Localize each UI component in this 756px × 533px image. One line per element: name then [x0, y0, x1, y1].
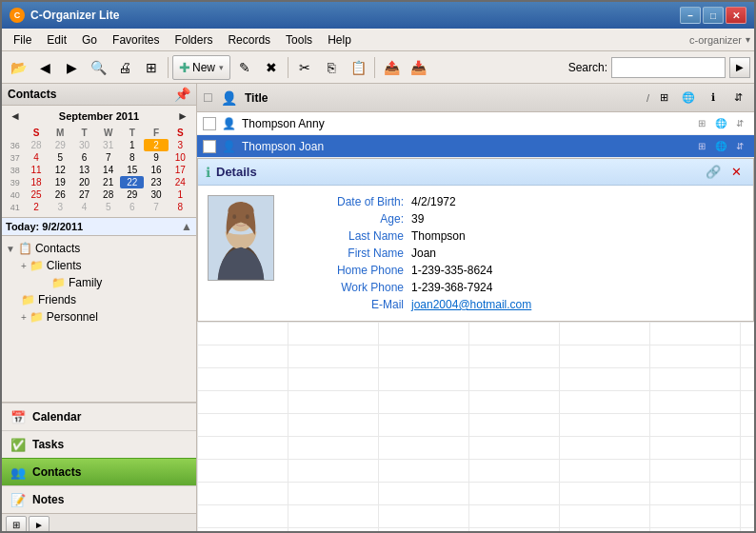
list-check-all[interactable]: ☐ — [203, 91, 213, 105]
calendar-day[interactable]: 2 — [144, 139, 168, 151]
calendar-day[interactable]: 13 — [72, 164, 96, 176]
toolbar-delete-button[interactable]: ✖ — [259, 55, 284, 80]
calendar-day[interactable]: 20 — [72, 176, 96, 188]
calendar-day[interactable]: 7 — [96, 151, 120, 164]
row-arrows-btn-anny[interactable]: ⇵ — [731, 116, 748, 131]
calendar-prev-button[interactable]: ◄ — [6, 109, 25, 123]
tree-item-friends[interactable]: 📁 Friends — [21, 291, 192, 308]
list-grid-button[interactable]: ⊞ — [653, 89, 674, 108]
calendar-day[interactable]: 9 — [144, 151, 168, 164]
list-globe-button[interactable]: 🌐 — [678, 89, 699, 108]
toolbar-import-button[interactable]: 📥 — [406, 55, 430, 80]
calendar-day[interactable]: 16 — [144, 164, 168, 176]
minimize-button[interactable]: – — [680, 7, 701, 24]
calendar-day[interactable]: 3 — [169, 139, 192, 151]
calendar-day[interactable]: 7 — [144, 201, 168, 213]
dropdown-arrow-icon[interactable]: ▾ — [746, 34, 750, 45]
menu-folders[interactable]: Folders — [167, 31, 220, 49]
calendar-day[interactable]: 26 — [49, 188, 72, 201]
calendar-day[interactable]: 17 — [169, 164, 192, 176]
calendar-day[interactable]: 6 — [120, 201, 144, 213]
tree-item-clients[interactable]: + 📁 Clients — [21, 257, 192, 274]
calendar-day[interactable]: 4 — [72, 201, 96, 213]
calendar-day[interactable]: 8 — [120, 151, 144, 164]
calendar-day[interactable]: 21 — [96, 176, 120, 188]
menu-favorites[interactable]: Favorites — [105, 31, 167, 49]
close-button[interactable]: ✕ — [726, 7, 746, 24]
nav-grid-button[interactable]: ⊞ — [6, 516, 27, 533]
toolbar-back-button[interactable]: ◀ — [32, 55, 57, 80]
record-row-joan[interactable]: 👤 Thompson Joan ⊞ 🌐 ⇵ — [197, 135, 754, 158]
calendar-day[interactable]: 18 — [24, 176, 48, 188]
calendar-day[interactable]: 23 — [144, 176, 168, 188]
toolbar-export-button[interactable]: 📤 — [379, 55, 404, 80]
calendar-day[interactable]: 31 — [96, 139, 120, 151]
toolbar-cut-button[interactable]: ✂ — [292, 55, 317, 80]
record-check-anny[interactable] — [203, 117, 216, 130]
toolbar-print-button[interactable]: 🖨 — [112, 55, 137, 80]
menu-help[interactable]: Help — [320, 31, 359, 49]
calendar-day[interactable]: 5 — [96, 201, 120, 213]
details-link-button[interactable]: 🔗 — [704, 163, 723, 182]
calendar-day[interactable]: 30 — [72, 139, 96, 151]
calendar-day[interactable]: 28 — [24, 139, 48, 151]
list-sort-icon[interactable]: / — [647, 92, 649, 104]
calendar-day[interactable]: 2 — [24, 201, 48, 213]
clients-expand-icon[interactable]: + — [21, 261, 27, 271]
calendar-day[interactable]: 10 — [169, 151, 192, 164]
calendar-day[interactable]: 30 — [144, 188, 168, 201]
tree-root-contacts[interactable]: ▼ 📋 Contacts — [6, 240, 192, 257]
root-expand-icon[interactable]: ▼ — [6, 244, 15, 254]
calendar-day[interactable]: 12 — [49, 164, 72, 176]
calendar-day[interactable]: 19 — [49, 176, 72, 188]
menu-file[interactable]: File — [6, 31, 39, 49]
nav-contacts[interactable]: 👥 Contacts — [2, 458, 196, 485]
toolbar-paste-button[interactable]: 📋 — [346, 55, 370, 80]
calendar-day[interactable]: 29 — [120, 188, 144, 201]
menu-records[interactable]: Records — [220, 31, 278, 49]
toolbar-view-button[interactable]: ⊞ — [139, 55, 164, 80]
pin-icon[interactable]: 📌 — [174, 87, 190, 102]
nav-right-button[interactable]: ► — [29, 516, 50, 533]
search-go-button[interactable]: ▶ — [729, 57, 750, 78]
nav-calendar[interactable]: 📅 Calendar — [2, 403, 196, 430]
calendar-day[interactable]: 22 — [120, 176, 144, 188]
calendar-day[interactable]: 1 — [120, 139, 144, 151]
calendar-day[interactable]: 28 — [96, 188, 120, 201]
maximize-button[interactable]: □ — [703, 7, 724, 24]
calendar-day[interactable]: 24 — [169, 176, 192, 188]
calendar-day[interactable]: 11 — [24, 164, 48, 176]
nav-tasks[interactable]: ✅ Tasks — [2, 430, 196, 458]
new-button[interactable]: ✚ New ▾ — [172, 55, 230, 80]
menu-edit[interactable]: Edit — [39, 31, 74, 49]
calendar-day[interactable]: 29 — [49, 139, 72, 151]
toolbar-search-button[interactable]: 🔍 — [86, 55, 110, 80]
toolbar-open-button[interactable]: 📂 — [6, 55, 30, 80]
menu-go[interactable]: Go — [74, 31, 105, 49]
toolbar-edit-button[interactable]: ✎ — [232, 55, 257, 80]
calendar-day[interactable]: 6 — [72, 151, 96, 164]
toolbar-copy-button[interactable]: ⎘ — [319, 55, 344, 80]
details-close-button[interactable]: ✕ — [726, 163, 746, 182]
tree-item-family[interactable]: 📁 Family — [51, 274, 192, 291]
row-grid-btn-joan[interactable]: ⊞ — [693, 139, 710, 154]
record-row-anny[interactable]: 👤 Thompson Anny ⊞ 🌐 ⇵ — [197, 112, 754, 135]
today-collapse-icon[interactable]: ▲ — [181, 220, 192, 233]
nav-notes[interactable]: 📝 Notes — [2, 485, 196, 513]
calendar-next-button[interactable]: ► — [173, 109, 192, 123]
calendar-day[interactable]: 27 — [72, 188, 96, 201]
personnel-expand-icon[interactable]: + — [21, 312, 27, 323]
calendar-day[interactable]: 1 — [169, 188, 192, 201]
calendar-day[interactable]: 3 — [49, 201, 72, 213]
field-value-email[interactable]: joan2004@hotmail.com — [411, 298, 744, 311]
calendar-day[interactable]: 15 — [120, 164, 144, 176]
tree-item-personnel[interactable]: + 📁 Personnel — [21, 308, 192, 326]
record-check-joan[interactable] — [203, 140, 216, 153]
row-globe-btn-anny[interactable]: 🌐 — [712, 116, 729, 131]
calendar-day[interactable]: 25 — [24, 188, 48, 201]
menu-tools[interactable]: Tools — [278, 31, 320, 49]
list-arrows-button[interactable]: ⇵ — [727, 89, 748, 108]
toolbar-forward-button[interactable]: ▶ — [59, 55, 84, 80]
row-globe-btn-joan[interactable]: 🌐 — [712, 139, 729, 154]
calendar-day[interactable]: 14 — [96, 164, 120, 176]
